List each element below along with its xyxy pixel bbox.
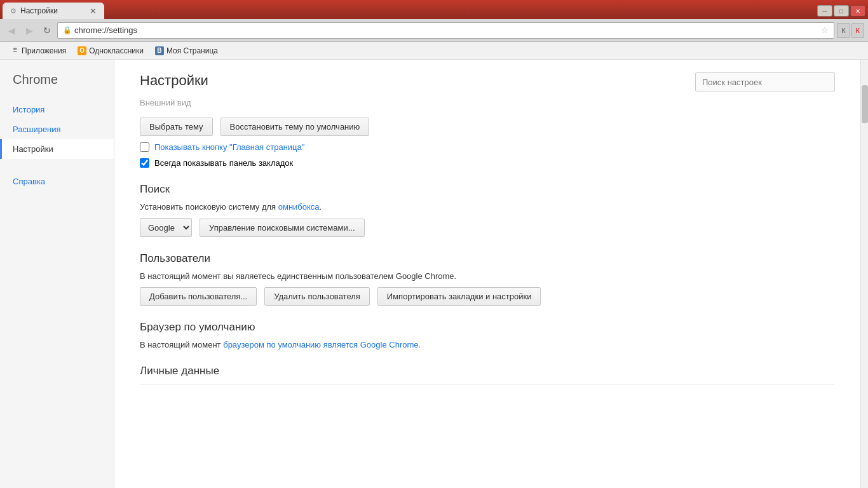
search-engine-row: Google Яндекс Mail.ru Управление поисков… [140, 218, 835, 237]
bookmarks-checkbox[interactable] [140, 158, 149, 168]
default-browser-description: В настоящий момент браузером по умолчани… [140, 340, 835, 349]
search-section-heading: Поиск [140, 183, 835, 196]
default-browser-desc-before: В настоящий момент [140, 340, 223, 349]
sidebar: Chrome История Расширения Настройки Спра… [0, 60, 114, 488]
default-browser-section-heading: Браузер по умолчанию [140, 321, 835, 334]
sidebar-item-help[interactable]: Справка [0, 172, 114, 191]
nav-extras: К К [837, 23, 864, 38]
theme-buttons-row: Выбрать тему Восстановить тему по умолча… [140, 118, 835, 136]
manage-search-button[interactable]: Управление поисковыми системами... [200, 219, 365, 237]
sidebar-item-history[interactable]: История [0, 100, 114, 119]
vk-icon: В [155, 46, 164, 55]
bookmark-odnoklassniki[interactable]: О Одноклассники [72, 44, 149, 57]
back-button[interactable]: ◀ [4, 23, 19, 38]
sidebar-app-title: Chrome [0, 72, 114, 100]
personal-data-divider [140, 384, 835, 384]
search-settings-input[interactable] [695, 72, 835, 92]
homepage-link[interactable]: Показывать кнопку "Главная страница" [154, 142, 304, 152]
reset-theme-button[interactable]: Восстановить тему по умолчанию [220, 118, 370, 136]
omnibus-link[interactable]: омнибокса [278, 202, 320, 212]
window-controls: ─ □ ✕ [817, 5, 865, 19]
tab-close-button[interactable]: ✕ [90, 7, 97, 15]
reload-button[interactable]: ↻ [39, 23, 55, 38]
k-button[interactable]: К [837, 23, 850, 38]
bookmark-apps[interactable]: ⠿ Приложения [5, 44, 71, 57]
sidebar-spacer [0, 159, 114, 172]
bookmark-odnoklassniki-label: Одноклассники [89, 46, 144, 55]
homepage-checkbox-label: Показывать кнопку "Главная страница" [154, 142, 304, 152]
lock-icon: 🔒 [63, 26, 72, 34]
sidebar-item-extensions[interactable]: Расширения [0, 119, 114, 139]
address-bar[interactable]: 🔒 chrome://settings ☆ [57, 22, 834, 39]
tab-icon: ⚙ [10, 7, 17, 15]
homepage-checkbox-row: Показывать кнопку "Главная страница" [140, 142, 835, 152]
import-button[interactable]: Импортировать закладки и настройки [377, 287, 541, 306]
bookmarks-checkbox-row: Всегда показывать панель закладок [140, 158, 835, 168]
search-engine-select[interactable]: Google Яндекс Mail.ru [140, 218, 192, 237]
maximize-button[interactable]: □ [834, 5, 849, 17]
window-frame: ⚙ Настройки ✕ ─ □ ✕ ◀ ▶ ↻ 🔒 chrome://set… [0, 0, 868, 488]
users-description: В настоящий момент вы являетесь единстве… [140, 271, 835, 281]
choose-theme-button[interactable]: Выбрать тему [140, 118, 213, 136]
tab-label: Настройки [20, 6, 58, 15]
close-button[interactable]: ✕ [850, 5, 865, 17]
scrollbar-track[interactable] [860, 60, 868, 488]
search-description: Установить поисковую систему для омнибок… [140, 202, 835, 212]
homepage-checkbox[interactable] [140, 142, 149, 152]
title-bar: ⚙ Настройки ✕ ─ □ ✕ [0, 0, 868, 19]
sidebar-item-settings[interactable]: Настройки [0, 139, 114, 159]
bookmark-vk[interactable]: В Моя Страница [150, 44, 223, 57]
odnoklassniki-icon: О [78, 46, 86, 55]
bookmarks-checkbox-label: Всегда показывать панель закладок [154, 158, 293, 168]
search-desc-after: . [320, 202, 322, 212]
settings-header: Настройки [140, 72, 835, 92]
settings-page-title: Настройки [140, 72, 208, 89]
bookmarks-bar: ⠿ Приложения О Одноклассники В Моя Стран… [0, 42, 868, 60]
default-browser-link[interactable]: браузером по умолчанию является Google C… [223, 340, 421, 349]
content-area: Chrome История Расширения Настройки Спра… [0, 60, 868, 488]
bookmark-apps-label: Приложения [22, 46, 66, 55]
bookmark-star-icon[interactable]: ☆ [821, 25, 829, 35]
active-tab[interactable]: ⚙ Настройки ✕ [3, 3, 104, 19]
forward-button[interactable]: ▶ [22, 23, 37, 38]
apps-icon: ⠿ [10, 46, 19, 55]
scrollbar-thumb[interactable] [862, 85, 868, 123]
tab-bar: ⚙ Настройки ✕ [3, 3, 817, 19]
settings-panel: Настройки Внешний вид Выбрать тему Восст… [114, 60, 860, 488]
minimize-button[interactable]: ─ [817, 5, 832, 17]
remove-user-button[interactable]: Удалить пользователя [264, 287, 370, 306]
users-buttons-row: Добавить пользователя... Удалить пользов… [140, 287, 835, 306]
add-user-button[interactable]: Добавить пользователя... [140, 287, 257, 306]
users-section-heading: Пользователи [140, 252, 835, 265]
navigation-bar: ◀ ▶ ↻ 🔒 chrome://settings ☆ К К [0, 19, 868, 42]
url-display: chrome://settings [74, 25, 818, 35]
bookmark-vk-label: Моя Страница [166, 46, 218, 55]
appearance-subtitle: Внешний вид [140, 98, 835, 107]
kaspersky-button[interactable]: К [851, 23, 864, 38]
search-desc-before: Установить поисковую систему для [140, 202, 278, 212]
personal-data-section-heading: Личные данные [140, 365, 835, 377]
